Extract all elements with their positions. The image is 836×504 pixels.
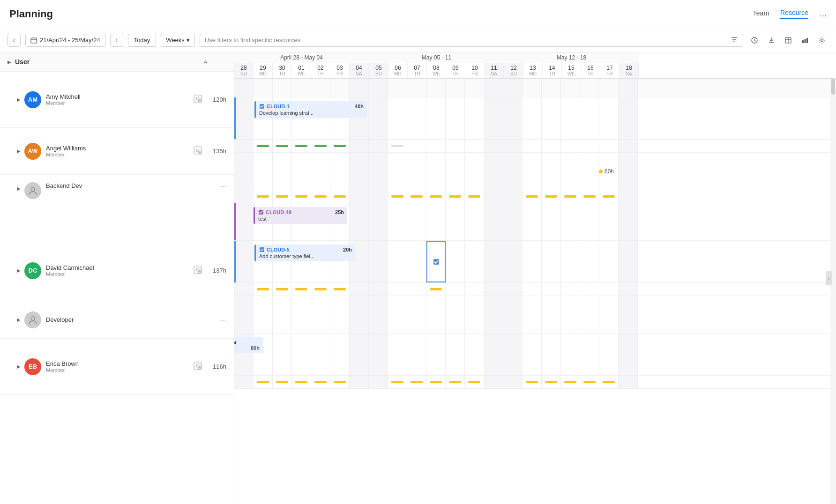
clock-icon[interactable] xyxy=(748,34,761,47)
amy-cell-09 xyxy=(446,97,465,139)
angel-hours-badge: 60h xyxy=(599,168,614,175)
download-icon[interactable] xyxy=(765,34,778,47)
member-settings-icon-erica[interactable] xyxy=(194,362,202,371)
member-name-developer: Developer xyxy=(46,316,220,323)
cell xyxy=(599,241,619,282)
cell xyxy=(311,334,330,375)
cell xyxy=(234,296,254,333)
amy-cell-15 xyxy=(561,97,580,139)
cell xyxy=(561,296,580,333)
member-row-angel: ▶ AW Angel Williams Member 135h xyxy=(0,128,234,175)
expand-developer[interactable]: ▶ xyxy=(17,317,21,322)
w-cell xyxy=(484,190,503,203)
task-card-backend[interactable]: CLOUD-49 25h test xyxy=(254,207,347,224)
cell xyxy=(330,79,350,97)
w-cell xyxy=(254,283,273,296)
date-range-button[interactable]: 21/Apr/24 - 25/May/24 xyxy=(25,34,105,47)
task-card-amy[interactable]: CLOUD-1 40h Develop learning strat... xyxy=(254,101,367,118)
svg-rect-17 xyxy=(806,38,808,43)
day-17: 17FR xyxy=(600,63,620,78)
task-id-backend: CLOUD-49 xyxy=(266,209,291,215)
member-name-david: David Carmichael xyxy=(46,264,188,271)
developer-task-row xyxy=(234,296,836,334)
cell xyxy=(484,203,503,240)
today-button[interactable]: Today xyxy=(128,34,157,47)
task-id-david: CLOUD-5 xyxy=(267,247,290,252)
nav-team[interactable]: Team xyxy=(753,9,769,19)
cell xyxy=(561,334,580,375)
w-cell xyxy=(369,190,388,203)
w-cell xyxy=(369,140,388,152)
task-name-amy: Develop learning strat... xyxy=(259,110,364,116)
prev-button[interactable]: ‹ xyxy=(7,34,21,47)
checkbox-icon-david xyxy=(259,247,265,252)
cell xyxy=(503,241,522,282)
nav-resource[interactable]: Resource xyxy=(780,9,808,19)
member-settings-icon-angel[interactable] xyxy=(194,146,202,156)
cell xyxy=(273,153,292,190)
david-task-row: CLOUD-5 20h Add customer type fiel... xyxy=(234,241,836,283)
day-headers-week2: 05SU 06MO 07TU 08WE 09TH 10FR 11SA xyxy=(369,63,504,78)
day-02: 02TH xyxy=(311,63,330,78)
expand-erica[interactable]: ▶ xyxy=(17,364,21,369)
cell xyxy=(254,296,273,333)
chart-icon[interactable] xyxy=(799,34,812,47)
cell xyxy=(542,334,561,375)
svg-rect-0 xyxy=(31,38,37,43)
cell xyxy=(522,203,542,240)
checkbox-icon-amy xyxy=(259,104,265,109)
cell xyxy=(292,79,311,97)
cell xyxy=(580,296,599,333)
cell xyxy=(311,79,330,97)
cell-erica-task: havior 80h xyxy=(234,334,254,375)
next-button[interactable]: › xyxy=(110,34,123,47)
section-header-cal-row xyxy=(234,79,836,97)
w-cell xyxy=(234,140,254,152)
vertical-scrollbar[interactable]: › xyxy=(830,52,836,504)
search-bar[interactable]: Use filters to find specific resources xyxy=(200,34,743,47)
member-settings-icon-amy[interactable] xyxy=(194,95,202,104)
expand-amy[interactable]: ▶ xyxy=(17,97,21,102)
settings-icon[interactable] xyxy=(815,34,829,47)
w-cell xyxy=(580,376,599,388)
calendar-outer: April 28 - May 04 28SU 29MO 30TU 01WE 02… xyxy=(234,52,836,389)
member-row-david: ▶ DC David Carmichael Member 137h xyxy=(0,240,234,301)
cell xyxy=(311,153,330,190)
table-icon[interactable] xyxy=(782,34,795,47)
member-settings-icon-david[interactable] xyxy=(194,266,202,275)
expand-backend[interactable]: ▶ xyxy=(17,186,21,191)
expand-david[interactable]: ▶ xyxy=(17,268,21,273)
cell xyxy=(292,153,311,190)
angel-workload-row xyxy=(234,190,836,203)
w-cell xyxy=(234,376,254,388)
cell xyxy=(465,296,484,333)
calendar-panel[interactable]: April 28 - May 04 28SU 29MO 30TU 01WE 02… xyxy=(234,52,836,504)
cell xyxy=(350,203,369,240)
header-nav: Team Resource ... xyxy=(753,9,827,19)
chevron-down-icon: ▾ xyxy=(187,37,190,44)
w-cell xyxy=(561,376,580,388)
cell xyxy=(542,79,561,97)
w-cell xyxy=(561,140,580,152)
nav-more[interactable]: ... xyxy=(820,9,827,19)
w-cell xyxy=(446,190,465,203)
hour-dot-angel xyxy=(599,170,603,173)
david-workload-row xyxy=(234,283,836,296)
member-name-angel: Angel Williams xyxy=(46,145,188,152)
member-role-david: Member xyxy=(46,271,188,277)
cell xyxy=(388,203,407,240)
task-card-david[interactable]: CLOUD-5 20h Add customer type fiel... xyxy=(254,245,355,261)
cell xyxy=(465,203,484,240)
weeks-dropdown[interactable]: Weeks ▾ xyxy=(161,34,195,47)
amy-cell-10 xyxy=(465,97,484,139)
expand-angel[interactable]: ▶ xyxy=(17,148,21,154)
task-card-erica-partial[interactable]: havior 80h xyxy=(234,337,263,353)
cell xyxy=(446,241,465,282)
cell xyxy=(619,79,638,97)
filter-icon[interactable] xyxy=(731,36,738,44)
member-role-angel: Member xyxy=(46,152,188,157)
collapse-handle[interactable]: › xyxy=(826,271,832,285)
user-section-header[interactable]: ▶ User A xyxy=(0,52,234,72)
w-cell xyxy=(503,283,522,296)
amy-cell-14 xyxy=(542,97,561,139)
